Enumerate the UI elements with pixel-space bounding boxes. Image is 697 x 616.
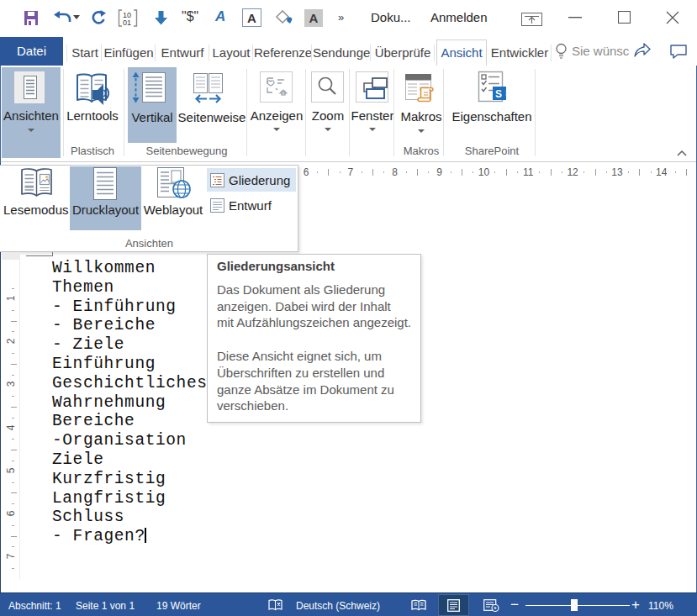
svg-text:S: S xyxy=(495,88,502,100)
svg-text:01: 01 xyxy=(123,18,131,27)
svg-text:10: 10 xyxy=(123,11,131,19)
